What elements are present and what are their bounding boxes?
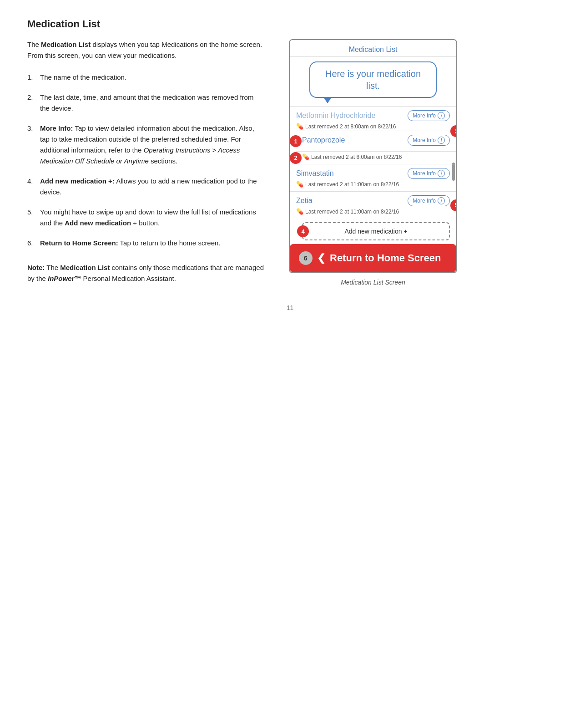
zetia-date: 💊 Last removed 2 at 11:00am on 8/22/16 [296, 208, 450, 215]
pill-icon-1: 💊 [302, 153, 309, 160]
add-medication-button[interactable]: 4 Add new medication + [302, 222, 450, 240]
speech-bubble-text: Here is your medication list. [325, 69, 421, 91]
list-item-5: 5. You might have to swipe up and down t… [27, 207, 264, 229]
med-item-simvastatin: Simvastatin More Info i 💊 Last removed 2… [290, 164, 456, 191]
clipped-med-sub: 💊 Last removed 2 at 8:00am on 8/22/16 [296, 123, 450, 130]
list-text-1: The name of the medication. [40, 72, 126, 83]
clipped-med-date: Last removed 2 at 8:00am on 8/22/16 [305, 123, 396, 130]
add-new-med-bold: Add new medication [65, 219, 131, 227]
zetia-last-removed: Last removed 2 at 11:00am on 8/22/16 [305, 209, 399, 215]
badge-5: 5 [450, 199, 457, 211]
list-num-4: 4. [27, 176, 36, 198]
simvastatin-name: Simvastatin [296, 169, 334, 178]
list-num-3: 3. [27, 123, 36, 167]
info-icon-1: i [438, 137, 445, 144]
more-info-label: More Info: [40, 124, 73, 132]
speech-bubble-area: Here is your medication list. [290, 57, 456, 102]
info-icon-3: i [438, 197, 445, 204]
screen-caption: Medication List Screen [341, 279, 405, 286]
badge-4: 4 [297, 225, 309, 237]
pantoprozole-date: 💊 Last removed 2 at 8:00am on 8/22/16 [302, 153, 450, 160]
more-info-btn-1[interactable]: More Info i [408, 135, 450, 146]
medication-list-area: Metformin Hydrochloride More Info i 💊 La… [290, 102, 456, 240]
list-text-3: More Info: Tap to view detailed informat… [40, 123, 264, 167]
left-column: The Medication List displays when you ta… [27, 39, 264, 284]
info-icon-2: i [438, 170, 445, 177]
list-text-2: The last date, time, and amount that the… [40, 92, 264, 114]
more-info-label-1: More Info [413, 137, 436, 143]
inpower-brand: InPower™ [48, 275, 81, 282]
device-screen: Medication List Here is your medication … [289, 39, 457, 273]
pill-icon-3: 💊 [296, 208, 303, 215]
more-info-btn-3[interactable]: More Info i [408, 195, 450, 206]
clipped-med-name: Metformin Hydrochloride [296, 112, 375, 120]
right-column: Medication List Here is your medication … [282, 39, 464, 286]
add-medication-wrapper: 4 Add new medication + [296, 222, 456, 240]
med-item-zetia: Zetia More Info i 💊 Last removed 2 at 11… [290, 191, 456, 219]
list-text-6: Return to Home Screen: Tap to return to … [40, 238, 221, 249]
list-num-6: 6. [27, 238, 36, 249]
med-item-pantoprozole: 1 Pantoprozole More Info i [296, 131, 456, 151]
screen-header-title: Medication List [349, 46, 398, 53]
badge-1: 1 [290, 135, 302, 147]
list-item-6: 6. Return to Home Screen: Tap to return … [27, 238, 264, 249]
badge-2: 2 [290, 152, 302, 164]
list-item-4: 4. Add new medication +: Allows you to a… [27, 176, 264, 198]
more-info-label-0: More Info [413, 112, 436, 119]
instruction-list: 1. The name of the medication. 2. The la… [27, 72, 264, 249]
return-home-button[interactable]: 6 ❮ Return to Home Screen [290, 244, 456, 272]
simvastatin-date: 💊 Last removed 2 at 11:00am on 8/22/16 [296, 181, 450, 188]
note-med-list-bold: Medication List [60, 264, 110, 271]
add-med-label: Add new medication +: [40, 177, 115, 185]
more-info-label-2: More Info [413, 170, 436, 177]
pantoprozole-name: Pantoprozole [302, 136, 345, 144]
more-info-btn-0[interactable]: More Info i [408, 110, 450, 121]
simvastatin-last-removed: Last removed 2 at 11:00am on 8/22/16 [305, 181, 399, 188]
badge-6: 6 [299, 251, 313, 265]
list-item-3: 3. More Info: Tap to view detailed infor… [27, 123, 264, 167]
more-info-btn-2[interactable]: More Info i [408, 168, 450, 179]
pill-icon-2: 💊 [296, 181, 303, 188]
return-home-label: Return to Home Screen: [40, 239, 118, 247]
info-icon-0: i [438, 112, 445, 119]
list-text-4: Add new medication +: Allows you to add … [40, 176, 264, 198]
chevron-left-icon: ❮ [317, 252, 325, 264]
return-home-label: Return to Home Screen [330, 252, 441, 264]
list-num-5: 5. [27, 207, 36, 229]
add-medication-label: Add new medication + [344, 228, 407, 235]
intro-bold1: Medication List [41, 41, 91, 48]
pantoprozole-last-removed: Last removed 2 at 8:00am on 8/22/16 [311, 154, 402, 160]
clipped-med-item: Metformin Hydrochloride More Info i 💊 La… [290, 106, 456, 131]
list-num-1: 1. [27, 72, 36, 83]
list-item-2: 2. The last date, time, and amount that … [27, 92, 264, 114]
return-button-wrapper: 6 ❮ Return to Home Screen [290, 244, 456, 272]
pill-icon-0: 💊 [296, 123, 303, 130]
list-num-2: 2. [27, 92, 36, 114]
med-item-pantoprozole-sub: 2 💊 Last removed 2 at 8:00am on 8/22/16 [296, 151, 456, 164]
intro-paragraph: The Medication List displays when you ta… [27, 39, 264, 61]
note-paragraph: Note: The Medication List contains only … [27, 262, 264, 284]
note-section: Note: The Medication List contains only … [27, 262, 264, 284]
zetia-name: Zetia [296, 197, 313, 205]
speech-bubble: Here is your medication list. [309, 61, 437, 98]
page-title: Medication List [27, 18, 553, 30]
list-text-5: You might have to swipe up and down to v… [40, 207, 264, 229]
note-label: Note: [27, 264, 45, 271]
more-info-label-3: More Info [413, 198, 436, 204]
page-number: 11 [27, 304, 553, 311]
screen-header: Medication List [290, 40, 456, 57]
list-item-1: 1. The name of the medication. [27, 72, 264, 83]
